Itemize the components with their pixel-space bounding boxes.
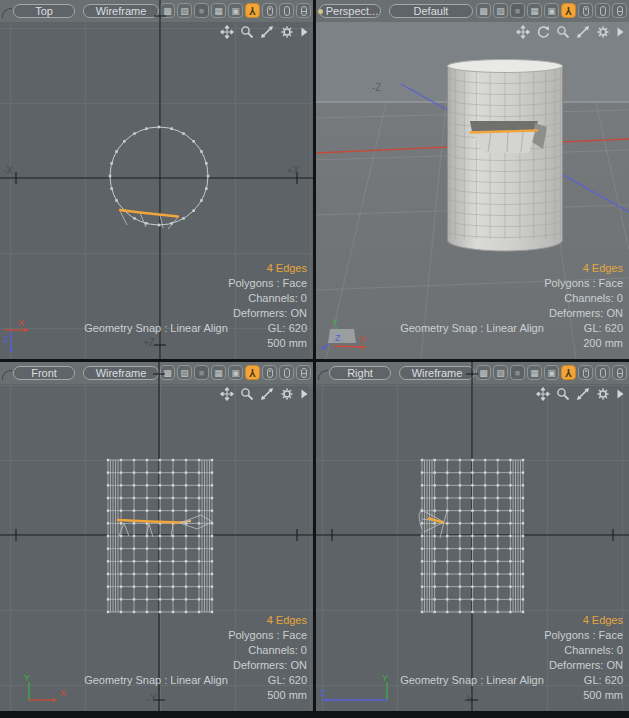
dotted-square-icon[interactable]: ▦ [527, 365, 542, 380]
viewport-top[interactable]: Top Wireframe ▩ ▨ ■ ▦ ▣ Y [0, 0, 313, 359]
polygon-mode: Polygons : Face [400, 276, 623, 291]
flyout-arrow-icon[interactable] [300, 26, 309, 38]
capsule-icon[interactable] [595, 3, 610, 18]
ibeam-icon[interactable] [612, 3, 627, 18]
view-type-dropdown[interactable]: Right [329, 366, 391, 380]
notch-top-face [470, 121, 538, 132]
grid-size: 200 mm [400, 336, 623, 351]
viewport-right[interactable]: Right Wireframe ▩ ▨ ■ ▦ ▣ Y [316, 362, 629, 711]
notch-side-face [532, 123, 547, 149]
action-center-icon[interactable]: Y [561, 365, 576, 380]
action-center-icon[interactable]: Y [245, 3, 260, 18]
pin-icon[interactable] [262, 365, 277, 380]
selection-count: 4 Edges [84, 261, 307, 276]
solid-square-icon[interactable]: ■ [510, 365, 525, 380]
checker-solid-icon[interactable]: ▩ [476, 3, 491, 18]
selection-count: 4 Edges [400, 261, 623, 276]
dotted-square-icon[interactable]: ▦ [211, 365, 226, 380]
gl-readout: GL: 620 [584, 321, 623, 336]
viewport-corner-handle-icon[interactable] [2, 8, 12, 18]
action-center-icon[interactable]: Y [245, 365, 260, 380]
maximize-icon[interactable] [260, 25, 274, 39]
viewport-info-readout: 4 Edges Polygons : Face Channels: 0 Defo… [400, 261, 623, 351]
capsule-icon[interactable] [595, 365, 610, 380]
action-center-icon[interactable]: Y [561, 3, 576, 18]
flyout-arrow-icon[interactable] [616, 26, 625, 38]
dotted-square-icon[interactable]: ▦ [527, 3, 542, 18]
viewport-toggle-icons: ▩ ▨ ■ ▦ ▣ Y [476, 365, 627, 380]
settings-gear-icon[interactable] [596, 387, 610, 401]
grid-size: 500 mm [84, 688, 307, 703]
overlap-squares-icon[interactable]: ▣ [228, 3, 243, 18]
snap-mode: Geometry Snap : Linear Align [400, 321, 544, 336]
viewport-perspective[interactable]: Perspect... Default ▩ ▨ ■ ▦ ▣ Y [316, 0, 629, 359]
viewport-top-header: Top Wireframe ▩ ▨ ■ ▦ ▣ Y [0, 0, 313, 22]
view-type-dropdown[interactable]: Top [13, 4, 75, 18]
zoom-icon[interactable] [240, 25, 254, 39]
zoom-icon[interactable] [556, 387, 570, 401]
axis-gizmo: Y Z X [320, 315, 390, 355]
gl-readout: GL: 620 [584, 673, 623, 688]
pan-icon[interactable] [536, 387, 550, 401]
checker-solid-icon[interactable]: ▩ [476, 365, 491, 380]
view-type-dropdown[interactable]: Perspect... [319, 4, 381, 18]
checker-solid-icon[interactable]: ▩ [160, 3, 175, 18]
dotted-square-icon[interactable]: ▦ [211, 3, 226, 18]
axis-edge-label: +X [287, 165, 300, 176]
zoom-icon[interactable] [556, 25, 570, 39]
overlap-squares-icon[interactable]: ▣ [544, 365, 559, 380]
shading-mode-dropdown[interactable]: Default [389, 4, 473, 18]
selection-count: 4 Edges [400, 613, 623, 628]
shading-mode-label: Wireframe [412, 367, 463, 379]
settings-gear-icon[interactable] [280, 387, 294, 401]
viewport-front-header: Front Wireframe ▩ ▨ ■ ▦ ▣ Y [0, 362, 313, 384]
ibeam-icon[interactable] [296, 365, 311, 380]
overlap-squares-icon[interactable]: ▣ [544, 3, 559, 18]
pin-icon[interactable] [578, 365, 593, 380]
snap-mode: Geometry Snap : Linear Align [84, 321, 228, 336]
shading-mode-dropdown[interactable]: Wireframe [83, 366, 159, 380]
settings-gear-icon[interactable] [596, 25, 610, 39]
shading-mode-dropdown[interactable]: Wireframe [399, 366, 475, 380]
overlap-squares-icon[interactable]: ▣ [228, 365, 243, 380]
viewport-corner-handle-icon[interactable] [318, 370, 328, 380]
checker-solid-icon[interactable]: ▩ [160, 365, 175, 380]
shading-mode-dropdown[interactable]: Wireframe [83, 4, 159, 18]
pan-icon[interactable] [220, 25, 234, 39]
pan-icon[interactable] [220, 387, 234, 401]
checker-dashed-icon[interactable]: ▨ [493, 3, 508, 18]
selection-count: 4 Edges [84, 613, 307, 628]
zoom-icon[interactable] [240, 387, 254, 401]
ibeam-icon[interactable] [296, 3, 311, 18]
maximize-icon[interactable] [260, 387, 274, 401]
gl-readout: GL: 620 [268, 321, 307, 336]
deformers-state: Deformers: ON [400, 658, 623, 673]
capsule-icon[interactable] [279, 3, 294, 18]
notch-bottom-face [472, 132, 535, 154]
viewport-front[interactable]: Front Wireframe ▩ ▨ ■ ▦ ▣ Y [0, 362, 313, 711]
ibeam-icon[interactable] [612, 365, 627, 380]
flyout-arrow-icon[interactable] [616, 388, 625, 400]
solid-square-icon[interactable]: ■ [194, 365, 209, 380]
world-z-axis-line [401, 84, 629, 212]
flyout-arrow-icon[interactable] [300, 388, 309, 400]
axis-gizmo: X Z [2, 313, 36, 355]
shading-mode-label: Default [414, 5, 449, 17]
checker-dashed-icon[interactable]: ▨ [493, 365, 508, 380]
pin-icon[interactable] [578, 3, 593, 18]
solid-square-icon[interactable]: ■ [510, 3, 525, 18]
settings-gear-icon[interactable] [280, 25, 294, 39]
solid-square-icon[interactable]: ■ [194, 3, 209, 18]
viewport-info-readout: 4 Edges Polygons : Face Channels: 0 Defo… [84, 261, 307, 351]
viewport-toggle-icons: ▩ ▨ ■ ▦ ▣ Y [160, 3, 311, 18]
orbit-icon[interactable] [536, 25, 550, 39]
view-type-dropdown[interactable]: Front [13, 366, 75, 380]
checker-dashed-icon[interactable]: ▨ [177, 3, 192, 18]
maximize-icon[interactable] [576, 25, 590, 39]
checker-dashed-icon[interactable]: ▨ [177, 365, 192, 380]
pin-icon[interactable] [262, 3, 277, 18]
viewport-corner-handle-icon[interactable] [2, 370, 12, 380]
pan-icon[interactable] [516, 25, 530, 39]
maximize-icon[interactable] [576, 387, 590, 401]
capsule-icon[interactable] [279, 365, 294, 380]
